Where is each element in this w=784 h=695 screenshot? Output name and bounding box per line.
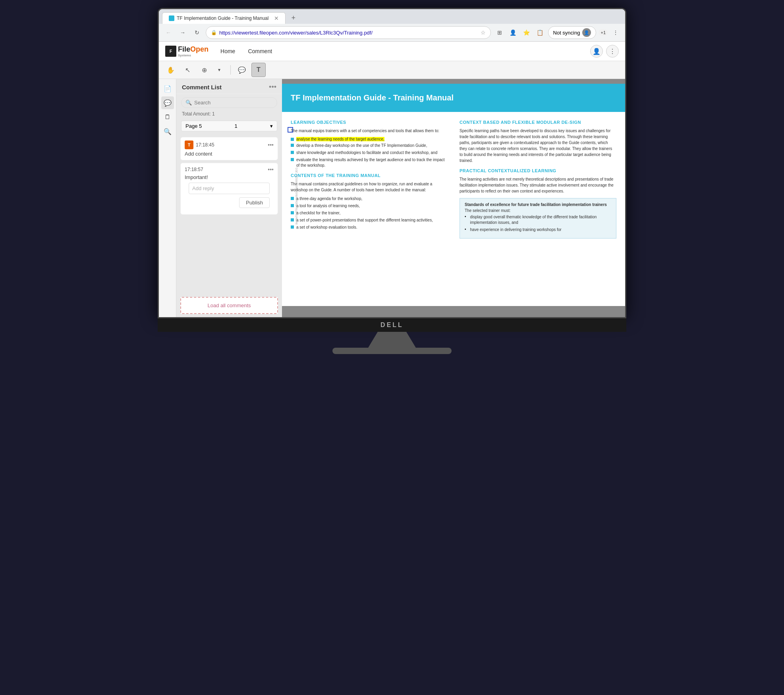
sidebar-comment-btn[interactable]: 💬 <box>161 96 174 109</box>
pdf-s2-bullet-4: a set of workshop evaluation tools. <box>291 225 448 230</box>
tab-close[interactable]: ✕ <box>274 15 279 21</box>
comment-panel-header: Comment List ••• <box>176 79 282 94</box>
annotation-circle <box>288 127 293 133</box>
standards-bullet-1: • have experience in delivering training… <box>465 227 611 233</box>
sidebar-page-btn[interactable]: 🗒 <box>161 111 174 123</box>
url-text: https://viewertest.fileopen.com/viewer/s… <box>219 30 478 36</box>
main-area: 📄 💬 🗒 🔍 Comment List ••• 🔍 Total <box>159 79 625 317</box>
comment-search-box[interactable]: 🔍 <box>181 97 277 108</box>
browser-actions: ⊞ 👤 ⭐ 📋 Not syncing 👤 +1 ⋮ <box>494 26 621 39</box>
zoom-control: ⊕ ▾ <box>197 63 226 77</box>
standards-bullet-text-1: have experience in delivering training w… <box>470 227 562 233</box>
comment-options-btn[interactable]: ••• <box>268 142 274 148</box>
comment-time: 17:18:45 <box>196 142 214 148</box>
new-tab-btn[interactable]: + <box>287 12 299 24</box>
menu-item-comment[interactable]: Comment <box>242 46 278 57</box>
user-account-button[interactable]: 👤 <box>590 45 603 58</box>
extensions-button[interactable]: ⊞ <box>494 27 505 38</box>
comment-time-2: 17:18:57 <box>185 167 203 172</box>
section1-intro: The manual equips trainers with a set of… <box>291 128 448 134</box>
collections-button[interactable]: 📋 <box>535 27 546 38</box>
page-filter-chevron: ▾ <box>270 123 273 129</box>
section2-bullet-4: a set of workshop evaluation tools. <box>296 225 357 230</box>
s2-bullet-icon-1 <box>291 204 294 207</box>
hand-tool-button[interactable]: ✋ <box>164 63 178 77</box>
s2-bullet-icon-3 <box>291 218 294 221</box>
pdf-page: 8e29e51df76c4fd3e8e6b0a44d1699925 / JEG.… <box>282 84 625 306</box>
load-comments-button[interactable]: Load all comments <box>180 297 278 314</box>
pdf-header-banner: TF Implementation Guide - Training Manua… <box>282 84 625 112</box>
s2-bullet-icon-4 <box>291 225 294 229</box>
app-menu: Home Comment <box>215 46 278 57</box>
not-syncing-label: Not syncing <box>553 30 580 36</box>
pdf-content: LEARNING OBJECTIVES The manual equips tr… <box>282 112 625 246</box>
comment-panel-options[interactable]: ••• <box>269 83 276 91</box>
bullet-icon-3 <box>291 158 294 161</box>
star-icon[interactable]: ☆ <box>481 29 486 36</box>
standards-bullet-text-0: display good overall thematic knowledge … <box>470 214 611 225</box>
forward-button[interactable]: → <box>177 27 188 38</box>
section2-bullet-0: a three-day agenda for the workshop, <box>296 196 362 202</box>
pdf-viewer-area[interactable]: 8e29e51df76c4fd3e8e6b0a44d1699925 / JEG.… <box>282 79 625 317</box>
pdf-right-column: CONTEXT BASED AND FLEXIBLE MODULAR DE-SI… <box>460 120 616 239</box>
page-filter[interactable]: Page 5 1 ▾ <box>181 121 277 131</box>
bullet-icon-2 <box>291 151 294 154</box>
section2-bullet-2: a checklist for the trainer, <box>296 210 340 216</box>
app-header-right: 👤 ⋮ <box>590 45 619 58</box>
pdf-bullet-0: analyse the learning needs of the target… <box>291 137 448 141</box>
reply-input-box[interactable]: Add reply <box>189 183 270 194</box>
monitor-stand-neck <box>368 332 416 348</box>
app-header: F FileOpen Systems Home Comment 👤 ⋮ <box>159 42 625 61</box>
pdf-s2-bullet-2: a checklist for the trainer, <box>291 210 448 216</box>
sidebar-icon-strip: 📄 💬 🗒 🔍 <box>159 79 176 317</box>
not-syncing-button[interactable]: Not syncing 👤 <box>548 26 597 39</box>
comment-text-2: Important! <box>185 174 274 180</box>
zoom-in-button[interactable]: ⊕ <box>197 63 211 77</box>
comment-panel-title: Comment List <box>182 84 222 90</box>
zoom-dropdown-button[interactable]: ▾ <box>212 63 226 77</box>
menu-item-home[interactable]: Home <box>215 46 241 57</box>
lock-icon: 🔒 <box>211 30 217 35</box>
sidebar-search-btn[interactable]: 🔍 <box>161 125 174 138</box>
profile-avatar: 👤 <box>582 28 591 37</box>
sidebar-thumbnail-btn[interactable]: 📄 <box>161 82 174 95</box>
text-tool-button[interactable]: T <box>251 63 266 77</box>
notification-badge: +1 <box>599 29 608 36</box>
publish-button[interactable]: Publish <box>239 197 270 208</box>
app-more-button[interactable]: ⋮ <box>606 45 619 58</box>
pdf-s2-bullet-0: a three-day agenda for the workshop, <box>291 196 448 202</box>
page-filter-count: 1 <box>234 123 237 129</box>
total-amount-label: Total Amount: 1 <box>176 111 282 119</box>
fileopen-logo: F FileOpen Systems <box>165 45 209 57</box>
pdf-bullet-1: develop a three-day workshop on the use … <box>291 143 448 148</box>
comment-panel: Comment List ••• 🔍 Total Amount: 1 Page … <box>176 79 282 317</box>
tab-title: TF Implementation Guide - Training Manua… <box>177 15 268 21</box>
pdf-watermark: 8e29e51df76c4fd3e8e6b0a44d1699925 / JEG.… <box>295 165 298 224</box>
comment-tool-button[interactable]: 💬 <box>235 63 249 77</box>
section2-title: CONTENTS OF THE TRAINING MANUAL <box>291 173 448 178</box>
comment-search-input[interactable] <box>194 100 273 106</box>
section1-bullet-3: evaluate the learning results achieved b… <box>296 157 448 168</box>
pdf-bullet-3: evaluate the learning results achieved b… <box>291 157 448 168</box>
section2-bullet-3: a set of power-point presentations that … <box>296 218 433 223</box>
toolbar-separator <box>230 65 231 75</box>
section2-bullet-1: a tool for analysis of learning needs, <box>296 203 360 209</box>
browser-menu-button[interactable]: ⋮ <box>610 27 621 38</box>
favorites-button[interactable]: ⭐ <box>521 27 532 38</box>
section2-intro: The manual contains practical guidelines… <box>291 181 448 193</box>
select-tool-button[interactable]: ↖ <box>180 63 195 77</box>
address-bar[interactable]: 🔒 https://viewertest.fileopen.com/viewer… <box>206 26 491 39</box>
section1-bullet-1: develop a three-day workshop on the use … <box>296 143 427 148</box>
monitor-stand-base <box>332 348 452 354</box>
comment-list: T 17:18:45 ••• Add content 17:18:57 <box>176 133 282 294</box>
back-button[interactable]: ← <box>163 27 174 38</box>
section1-bullet-2: share knowledge and methodologies to fac… <box>296 150 437 156</box>
comment-item-header: T 17:18:45 ••• <box>185 141 274 149</box>
comment-item-header-2: 17:18:57 ••• <box>185 166 274 173</box>
profiles-button[interactable]: 👤 <box>508 27 519 38</box>
refresh-button[interactable]: ↻ <box>191 27 203 38</box>
comment-options-btn-2[interactable]: ••• <box>268 166 274 173</box>
toolbar: ✋ ↖ ⊕ ▾ 💬 T <box>159 61 625 79</box>
comment-item: T 17:18:45 ••• Add content <box>180 137 278 160</box>
standards-box: Standards of excellence for future trade… <box>460 198 616 239</box>
